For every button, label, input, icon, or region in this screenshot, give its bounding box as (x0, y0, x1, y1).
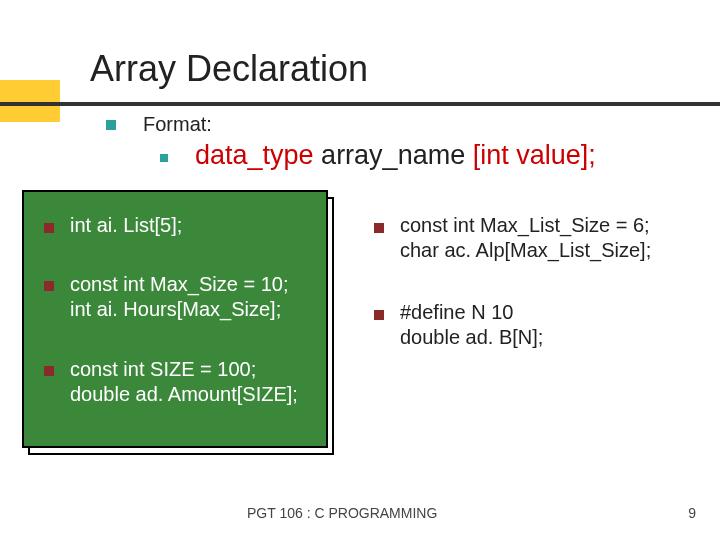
code-item: const int Max_List_Size = 6; char ac. Al… (400, 213, 651, 263)
footer-text: PGT 106 : C PROGRAMMING (247, 505, 437, 521)
format-syntax: data_type array_name [int value]; (195, 140, 596, 171)
slide: Array Declaration Format: data_type arra… (0, 0, 720, 540)
code-item: const int SIZE = 100; double ad. Amount[… (70, 357, 298, 407)
bullet-icon (44, 366, 54, 376)
syntax-array-name: array_name (321, 140, 473, 170)
slide-title: Array Declaration (90, 48, 368, 90)
code-item: #define N 10 double ad. B[N]; (400, 300, 543, 350)
page-number: 9 (688, 505, 696, 521)
syntax-data-type: data_type (195, 140, 321, 170)
bullet-icon (374, 310, 384, 320)
syntax-bracket: [int value]; (473, 140, 596, 170)
bullet-icon (44, 281, 54, 291)
code-item: int ai. List[5]; (70, 213, 182, 238)
format-label: Format: (143, 113, 212, 136)
bullet-icon (374, 223, 384, 233)
accent-bar (0, 80, 60, 122)
bullet-icon (44, 223, 54, 233)
code-item: const int Max_Size = 10; int ai. Hours[M… (70, 272, 288, 322)
bullet-icon (106, 120, 116, 130)
bullet-icon (160, 154, 168, 162)
title-underline (0, 102, 720, 106)
